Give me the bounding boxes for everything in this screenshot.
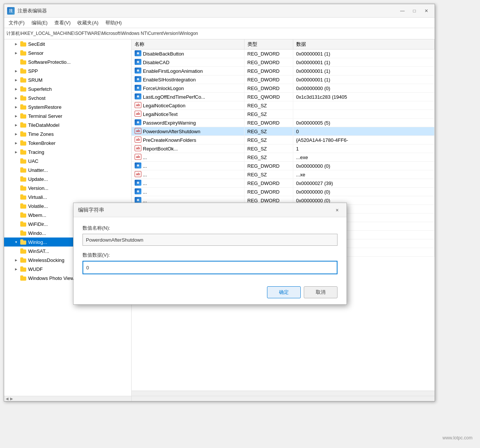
ok-button[interactable]: 确定: [267, 286, 301, 298]
dialog-body: 数值名称(N): 数值数据(V):: [74, 217, 346, 282]
cancel-button[interactable]: 取消: [304, 286, 338, 298]
value-input[interactable]: [82, 261, 338, 274]
value-label: 数值数据(V):: [82, 252, 338, 259]
dialog-overlay: 编辑字符串 × 数值名称(N): 数值数据(V): 确定 取消: [0, 0, 480, 448]
dialog-close-button[interactable]: ×: [332, 205, 342, 215]
dialog-title-bar: 编辑字符串 ×: [74, 203, 346, 217]
dialog-buttons: 确定 取消: [74, 282, 346, 304]
name-input[interactable]: [82, 234, 338, 246]
dialog-title: 编辑字符串: [78, 207, 104, 213]
name-label: 数值名称(N):: [82, 225, 338, 232]
edit-string-dialog: 编辑字符串 × 数值名称(N): 数值数据(V): 确定 取消: [73, 203, 347, 305]
